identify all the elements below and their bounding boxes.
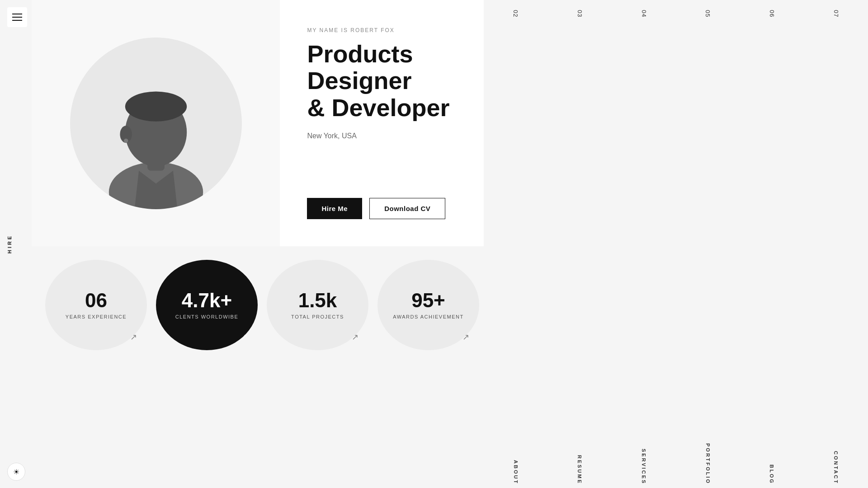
hamburger-button[interactable] <box>7 7 27 27</box>
top-nav-item-04[interactable]: 04 <box>641 10 647 17</box>
stat-label-years: YEARS EXPERIENCE <box>66 314 127 319</box>
hero-title-line1: Products Designer <box>307 40 413 94</box>
hamburger-line-3 <box>12 20 22 21</box>
nav-about[interactable]: ABOUT <box>513 460 519 484</box>
hero-title: Products Designer & Developer <box>307 41 466 121</box>
svg-point-6 <box>125 91 187 121</box>
stat-arrow-projects: ↗ <box>352 332 359 342</box>
stat-awards: 95+ AWARDS ACHIEVEMENT ↗ <box>377 260 479 350</box>
stat-number-awards: 95+ <box>411 291 445 310</box>
top-nav-item-07[interactable]: 07 <box>833 10 840 17</box>
top-nav-item-05[interactable]: 05 <box>704 10 711 17</box>
stat-arrow-clients: ↗ <box>241 332 248 342</box>
stat-clients-worldwide: 4.7k+ CLENTS WORLDWIBE ↗ <box>156 260 258 350</box>
side-hire-label: HIRE <box>7 235 12 253</box>
svg-point-5 <box>150 137 175 152</box>
bottom-section-nav: ABOUT RESUME SERVICES PORTFOLIO BLOG CON… <box>484 447 868 488</box>
stats-section: 06 YEARS EXPERIENCE ↗ 4.7k+ CLENTS WORLD… <box>32 246 484 359</box>
hero-title-line2: & Developer <box>307 94 449 121</box>
nav-blog[interactable]: BLOG <box>769 465 774 484</box>
hero-action-buttons: Hire Me Download CV <box>307 198 466 219</box>
top-nav-item-06[interactable]: 06 <box>769 10 775 17</box>
stat-label-awards: AWARDS ACHIEVEMENT <box>393 314 463 319</box>
portrait-circle <box>70 38 242 209</box>
stat-arrow-awards: ↗ <box>462 332 469 342</box>
stat-number-years: 06 <box>85 291 107 310</box>
nav-services[interactable]: SERVICES <box>641 449 646 484</box>
svg-point-4 <box>124 138 128 142</box>
main-content: MY NAME IS ROBERT FOX Products Designer … <box>32 0 515 359</box>
stat-number-clients: 4.7k+ <box>182 291 232 310</box>
stat-total-projects: 1.5k TOTAL PROJECTS ↗ <box>267 260 368 350</box>
hire-me-button[interactable]: Hire Me <box>307 198 362 219</box>
theme-toggle-button[interactable]: ☀ <box>7 463 25 481</box>
nav-contact[interactable]: CONTACT <box>833 451 839 484</box>
hero-section: MY NAME IS ROBERT FOX Products Designer … <box>32 0 484 246</box>
stat-arrow-years: ↗ <box>130 332 137 342</box>
top-nav-item-02[interactable]: 02 <box>512 10 519 17</box>
stat-years-experience: 06 YEARS EXPERIENCE ↗ <box>45 260 147 350</box>
portrait-silhouette <box>88 47 224 209</box>
hero-location: New York, USA <box>307 132 466 140</box>
download-cv-button[interactable]: Download CV <box>369 198 445 219</box>
stat-label-clients: CLENTS WORLDWIBE <box>175 314 239 319</box>
top-nav-item-03[interactable]: 03 <box>576 10 583 17</box>
hero-subtitle: MY NAME IS ROBERT FOX <box>307 27 466 33</box>
nav-portfolio[interactable]: PORTFOLIO <box>705 443 711 484</box>
hamburger-line-1 <box>12 14 22 14</box>
hero-text-area: MY NAME IS ROBERT FOX Products Designer … <box>280 0 484 246</box>
top-number-nav: 02 03 04 05 06 07 <box>484 0 868 27</box>
nav-resume[interactable]: RESUME <box>577 455 582 484</box>
hamburger-line-2 <box>12 17 22 18</box>
stat-number-projects: 1.5k <box>298 291 337 310</box>
stat-label-projects: TOTAL PROJECTS <box>291 314 344 319</box>
hero-portrait-area <box>32 0 280 246</box>
